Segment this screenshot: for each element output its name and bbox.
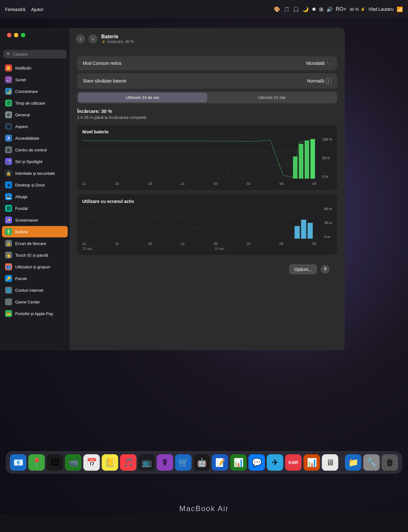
dock-excel[interactable]: 📊 [230, 454, 247, 471]
battery-y-100: 100 % [322, 138, 332, 141]
usage-date-labels: 15 apr. 16 apr. [82, 247, 316, 250]
low-power-text: Niciodată [306, 61, 325, 66]
sidebar-item-afisaje[interactable]: 💻 Afișaje [2, 191, 68, 202]
fundal-icon: 🖼 [5, 205, 12, 212]
forward-button[interactable]: › [89, 34, 97, 43]
usage-y-30: 30 m [325, 221, 332, 225]
sidebar-item-ecran[interactable]: 🔒 Ecran de blocare [2, 238, 68, 249]
dock-appstore[interactable]: 🛒 [175, 454, 192, 471]
dock-maps[interactable]: 📍 [28, 454, 45, 471]
siri-label: Siri și Spotlight [15, 159, 42, 164]
dock-settings[interactable]: 🔧 [363, 454, 380, 471]
shazam-icon: 🎵 [283, 6, 290, 12]
tab-10z[interactable]: Ultimele 10 zile [207, 93, 336, 102]
sidebar-search[interactable]: 🔍 Căutare [3, 50, 66, 58]
aspect-icon: 🖥 [5, 123, 12, 130]
battery-percentage: 30 % [349, 7, 359, 12]
sidebar-item-screensaver[interactable]: ✨ Screensaver [2, 214, 68, 226]
dock-photos[interactable]: 🖼 [47, 454, 63, 471]
dock-ai[interactable]: 🤖 [194, 454, 210, 471]
sidebar-item-fundal[interactable]: 🖼 Fundal [2, 203, 68, 214]
back-button[interactable]: ‹ [76, 34, 85, 43]
sidebar-item-aspect[interactable]: 🖥 Aspect [2, 121, 68, 132]
sound-icon: 🔊 [326, 6, 333, 12]
usage-x-labels: 12 15 18 21 00 03 06 09 [82, 242, 316, 246]
username-label[interactable]: Vlad Lautaru [368, 7, 393, 12]
main-content: ‹ › Baterie ⚡ Încărcare: 30 % Mod Consum… [70, 28, 345, 350]
battery-level-chart-section: Nivel baterie [77, 125, 337, 190]
usage-chart-section: Utilizare cu ecranul activ [77, 194, 337, 255]
usage-y-0: 0 m [325, 235, 332, 239]
dock-telegram[interactable]: ✈ [267, 454, 283, 471]
battery-bolt-icon: ⚡ [360, 7, 365, 12]
menubar-ajutor[interactable]: Ajutor [31, 7, 43, 12]
dropdown-arrow-icon: ⌃⌄ [326, 61, 331, 65]
display-icon: ⊞ [319, 6, 323, 12]
tab-24h[interactable]: Ultimele 24 de ore [78, 93, 207, 102]
sidebar-item-desktop[interactable]: 🖥 Desktop și Dock [2, 179, 68, 191]
intimitate-label: Intimitate și securitate [15, 171, 55, 176]
minimize-button[interactable] [14, 33, 18, 37]
sidebar-item-portofel[interactable]: 💳 Portofel și Apple Pay [2, 308, 68, 319]
help-button[interactable]: ? [321, 265, 330, 274]
sidebar-item-conturi[interactable]: 🌐 Conturi internet [2, 284, 68, 296]
options-bar: Opțiuni... ? [77, 259, 337, 279]
dock-podcasts[interactable]: 🎙 [157, 454, 173, 471]
usage-x-00: 00 [214, 242, 218, 246]
sidebar-item-general[interactable]: ⚙ General [2, 109, 68, 120]
svg-rect-12 [299, 144, 303, 179]
dock-music[interactable]: 🎵 [120, 454, 137, 471]
battery-x-15: 15 [115, 182, 119, 186]
sidebar-item-centru[interactable]: ⊞ Centru de control [2, 144, 68, 156]
usage-x-06: 06 [280, 242, 283, 246]
sidebar-item-utilizatori[interactable]: 👥 Utilizatori și grupuri [2, 261, 68, 272]
notificari-label: Notificări [15, 66, 31, 70]
dock-finder[interactable]: 📁 [345, 454, 362, 471]
dock-facetime[interactable]: 📹 [65, 454, 82, 471]
sidebar-item-baterie[interactable]: 🔋 Baterie [2, 226, 68, 237]
sidebar-item-touchid[interactable]: 👆 Touch ID și parolă [2, 249, 68, 261]
dock-calendar[interactable]: 📅 [83, 454, 100, 471]
portofel-icon: 💳 [5, 310, 12, 317]
battery-x-03: 03 [247, 182, 250, 186]
dock-appletv[interactable]: 📺 [139, 454, 155, 471]
sidebar-item-timp[interactable]: ⏱ Timp de utilizare [2, 97, 68, 109]
parole-label: Parole [15, 276, 27, 281]
menubar-fereastra[interactable]: Fereastră [5, 7, 25, 12]
sidebar-item-intimitate[interactable]: 🔒 Intimitate și securitate [2, 168, 68, 179]
dock-trash[interactable]: 🗑 [382, 454, 398, 471]
close-button[interactable] [7, 33, 11, 37]
usage-x-21: 21 [181, 242, 185, 246]
conturi-icon: 🌐 [5, 287, 12, 294]
usage-x-03: 03 [247, 242, 250, 246]
sidebar-item-accesibilitate[interactable]: ♿ Accesibilitate [2, 132, 68, 144]
options-button[interactable]: Opțiuni... [289, 264, 317, 274]
sidebar-item-notificari[interactable]: 🔔 Notificări [2, 62, 68, 74]
desktop-icon: 🖥 [5, 181, 12, 188]
afisaje-label: Afișaje [15, 194, 28, 199]
usage-x-15: 15 [115, 242, 119, 246]
centru-icon: ⊞ [5, 146, 12, 153]
low-power-label: Mod Consum redus [83, 61, 121, 66]
dock-powerpoint[interactable]: 📊 [304, 454, 320, 471]
accesibilitate-icon: ♿ [5, 135, 12, 142]
tab-switcher: Ultimele 24 de ore Ultimele 10 zile [77, 92, 337, 103]
sidebar-item-sunet[interactable]: 🔊 Sunet [2, 74, 68, 85]
info-icon[interactable]: i [325, 78, 331, 84]
dock-preview[interactable]: 🖥 [322, 454, 338, 471]
sidebar-item-game[interactable]: 🎮 Game Center [2, 296, 68, 308]
baterie-icon: 🔋 [5, 228, 12, 235]
svg-rect-11 [293, 156, 297, 179]
low-power-value[interactable]: Niciodată ⌃⌄ [306, 61, 331, 66]
dock-kar[interactable]: KAR [285, 454, 302, 471]
fullscreen-button[interactable] [21, 33, 25, 37]
dock-notes[interactable]: 📒 [102, 454, 118, 471]
sidebar-item-concentrare[interactable]: 🌙 Concentrare [2, 86, 68, 97]
dock-mail[interactable]: 📧 [10, 454, 27, 471]
sidebar-item-siri[interactable]: 🎤 Siri și Spotlight [2, 156, 68, 167]
dock-word[interactable]: 📝 [212, 454, 228, 471]
battery-y-0: 0 % [322, 175, 332, 179]
sidebar-item-parole[interactable]: 🔑 Parole [2, 273, 68, 284]
dock-messenger[interactable]: 💬 [249, 454, 265, 471]
page-title: Baterie [101, 34, 134, 40]
